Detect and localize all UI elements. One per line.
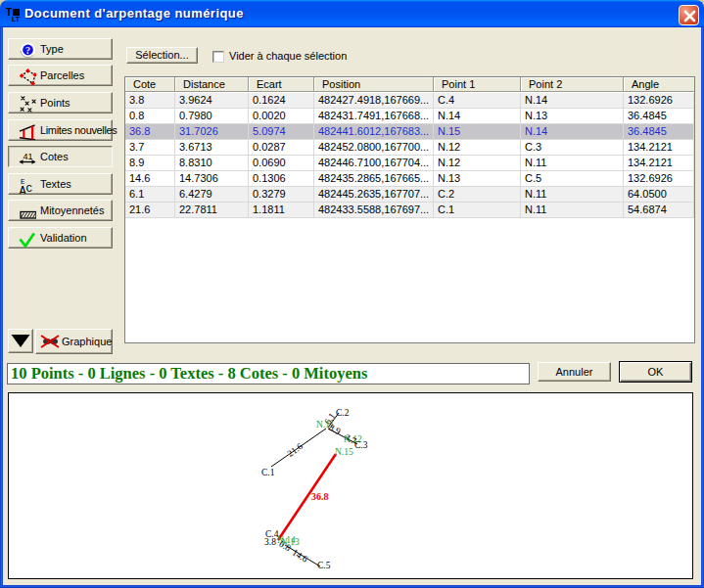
svg-text:?: ? xyxy=(25,45,30,56)
svg-text:41: 41 xyxy=(23,152,33,161)
svg-text:C: C xyxy=(26,183,33,195)
